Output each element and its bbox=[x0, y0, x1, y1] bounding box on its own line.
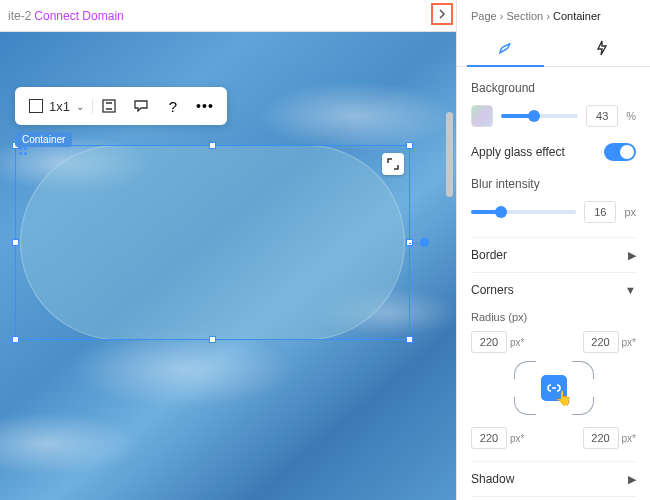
expand-button[interactable] bbox=[382, 153, 404, 175]
corner-preview: 👆 bbox=[514, 361, 594, 415]
breadcrumb: Page › Section › Container bbox=[457, 0, 650, 30]
element-toolbar: 1x1 ⌄ ? ••• bbox=[15, 87, 227, 125]
canvas[interactable]: 1x1 ⌄ ? ••• Container bbox=[0, 32, 456, 500]
resize-handle-bl[interactable] bbox=[12, 336, 19, 343]
corner-tr-input[interactable] bbox=[583, 331, 619, 353]
panel-body: Background % Apply glass effect Blur int… bbox=[457, 67, 650, 500]
link-corners-button[interactable] bbox=[541, 375, 567, 401]
resize-handle-br[interactable] bbox=[406, 336, 413, 343]
shadow-section[interactable]: Shadow▶ bbox=[471, 461, 636, 496]
chevron-right-icon: ▶ bbox=[628, 249, 636, 262]
more-button[interactable]: ••• bbox=[189, 92, 221, 120]
crumb-page[interactable]: Page bbox=[471, 10, 497, 22]
radius-label: Radius (px) bbox=[471, 311, 636, 323]
blur-unit: px bbox=[624, 206, 636, 218]
chevron-down-icon: ▼ bbox=[625, 284, 636, 296]
corner-tl-input[interactable] bbox=[471, 331, 507, 353]
layout-icon bbox=[29, 99, 43, 113]
help-button[interactable]: ? bbox=[157, 92, 189, 120]
comment-button[interactable] bbox=[125, 92, 157, 120]
background-swatch[interactable] bbox=[471, 105, 493, 127]
chevron-down-icon: ⌄ bbox=[76, 101, 84, 112]
scrollbar[interactable] bbox=[446, 112, 453, 197]
opacity-slider[interactable] bbox=[501, 114, 578, 118]
tab-design[interactable] bbox=[457, 30, 554, 66]
design-panel: Page › Section › Container Background % … bbox=[456, 0, 650, 500]
corner-br-input[interactable] bbox=[583, 427, 619, 449]
resize-handle-bc[interactable] bbox=[209, 336, 216, 343]
tab-interactions[interactable] bbox=[554, 30, 651, 66]
layout-selector[interactable]: 1x1 ⌄ bbox=[21, 99, 93, 114]
connect-domain-link[interactable]: Connect Domain bbox=[34, 9, 123, 23]
layout-section[interactable]: Layout▼ bbox=[471, 496, 636, 500]
chevron-right-icon: ▶ bbox=[628, 473, 636, 486]
glass-label: Apply glass effect bbox=[471, 145, 565, 159]
canvas-area: ite-2 Connect Domain 1x1 ⌄ ? ••• Contain… bbox=[0, 0, 456, 500]
panel-tabs bbox=[457, 30, 650, 67]
corners-section[interactable]: Corners▼ bbox=[471, 272, 636, 307]
blur-input[interactable] bbox=[584, 201, 616, 223]
corner-bl-input[interactable] bbox=[471, 427, 507, 449]
panel-collapse-toggle[interactable] bbox=[431, 3, 453, 25]
resize-handle-ml[interactable] bbox=[12, 239, 19, 246]
svg-rect-0 bbox=[103, 100, 115, 112]
top-bar: ite-2 Connect Domain bbox=[0, 0, 456, 32]
crumb-section[interactable]: Section bbox=[507, 10, 544, 22]
crumb-container[interactable]: Container bbox=[553, 10, 601, 22]
container-badge[interactable]: Container bbox=[15, 132, 72, 147]
layout-text: 1x1 bbox=[49, 99, 70, 114]
drag-handle[interactable] bbox=[19, 147, 35, 163]
width-handle[interactable] bbox=[420, 238, 429, 247]
glass-toggle[interactable] bbox=[604, 143, 636, 161]
resize-handle-tc[interactable] bbox=[209, 142, 216, 149]
stretch-button[interactable] bbox=[93, 92, 125, 120]
blur-label: Blur intensity bbox=[471, 177, 636, 191]
site-label: ite-2 bbox=[8, 9, 31, 23]
border-section[interactable]: Border▶ bbox=[471, 237, 636, 272]
selection-outline bbox=[15, 145, 410, 340]
resize-handle-tr[interactable] bbox=[406, 142, 413, 149]
background-label: Background bbox=[471, 81, 636, 95]
blur-slider[interactable] bbox=[471, 210, 576, 214]
opacity-input[interactable] bbox=[586, 105, 618, 127]
opacity-unit: % bbox=[626, 110, 636, 122]
